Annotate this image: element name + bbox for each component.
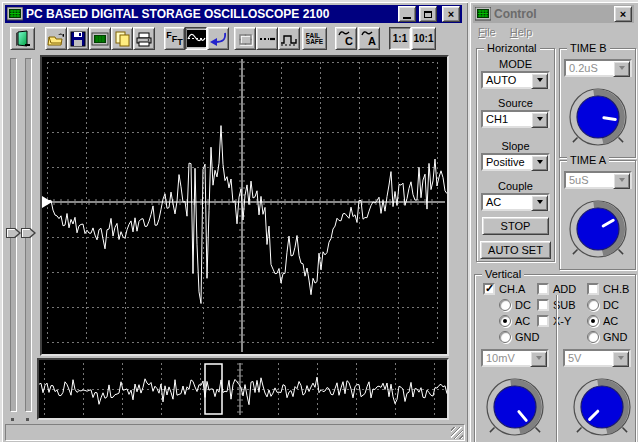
- slope-label: Slope: [477, 140, 554, 152]
- scope-display: [40, 55, 449, 356]
- chb-checkbox[interactable]: [587, 283, 599, 295]
- cha-range-select[interactable]: 10mV: [481, 349, 549, 367]
- fail-safe-label: FAILSAFE: [306, 33, 323, 45]
- stop-button[interactable]: STOP: [482, 217, 549, 235]
- cha-gnd-radio[interactable]: [499, 331, 511, 343]
- time-b-group-label: TIME B: [567, 42, 610, 54]
- source-select[interactable]: CH1: [481, 110, 550, 128]
- coupling-c-button[interactable]: C: [335, 27, 357, 50]
- minimize-button[interactable]: [398, 6, 416, 22]
- cha-label: CH.A: [499, 283, 525, 295]
- coupling-a-button[interactable]: A: [358, 27, 380, 50]
- menu-help[interactable]: Help: [510, 26, 533, 38]
- time-a-group: TIME A 5uS: [559, 160, 636, 270]
- mode-label: MODE: [477, 58, 554, 70]
- chb-gnd-radio[interactable]: [587, 331, 599, 343]
- dropdown-arrow-icon[interactable]: [531, 73, 548, 89]
- source-label: Source: [477, 97, 554, 109]
- control-titlebar[interactable]: Control ×: [473, 5, 634, 23]
- close-icon: ×: [620, 9, 626, 19]
- grid-toggle-button[interactable]: [234, 27, 256, 50]
- control-app-icon: [475, 7, 491, 21]
- auto-set-button[interactable]: AUTO SET: [480, 241, 551, 259]
- oscilloscope-app-icon: [7, 7, 23, 21]
- chb-label: CH.B: [603, 283, 629, 295]
- xy-checkbox[interactable]: [537, 315, 549, 327]
- fft-button[interactable]: FFT: [164, 27, 185, 50]
- squiggle-c-icon: C: [336, 28, 356, 49]
- chb-dc-radio[interactable]: [587, 299, 599, 311]
- print-button[interactable]: [133, 27, 155, 50]
- ratio-10-1-label: 10:1: [413, 33, 433, 44]
- main-titlebar[interactable]: PC BASED DIGITAL STORAGE OSCILLOSCOPE 21…: [5, 5, 462, 23]
- maximize-icon: [424, 11, 432, 18]
- maximize-button[interactable]: [419, 6, 437, 22]
- squiggle-a-icon: A: [359, 28, 379, 49]
- dotted-line-icon: [258, 31, 276, 47]
- time-b-select[interactable]: 0.2uS: [564, 59, 632, 77]
- time-a-select[interactable]: 5uS: [564, 171, 632, 189]
- dropdown-arrow-icon[interactable]: [531, 112, 548, 128]
- sub-checkbox[interactable]: [537, 299, 549, 311]
- slider-tick: [26, 418, 29, 421]
- square-wave-button[interactable]: [278, 27, 300, 50]
- cha-ac-label: AC: [515, 315, 530, 327]
- chb-ac-label: AC: [603, 315, 618, 327]
- chb-gain-knob[interactable]: [566, 371, 638, 442]
- dropdown-arrow-icon: [530, 351, 547, 367]
- sine-wave-icon: [187, 30, 206, 47]
- undo-button[interactable]: [207, 27, 229, 50]
- oscilloscope-window: PC BASED DIGITAL STORAGE OSCILLOSCOPE 21…: [0, 0, 470, 442]
- cha-checkbox[interactable]: [483, 283, 495, 295]
- menu-file[interactable]: File: [478, 26, 496, 38]
- dropdown-arrow-icon[interactable]: [531, 195, 548, 211]
- chb-dc-label: DC: [603, 299, 619, 311]
- copy-button[interactable]: [111, 27, 133, 50]
- close-button[interactable]: ×: [442, 6, 460, 22]
- probe-1-1-button[interactable]: 1:1: [389, 27, 411, 50]
- control-title: Control: [494, 7, 611, 21]
- time-a-knob[interactable]: [562, 193, 634, 265]
- couple-select[interactable]: AC: [481, 193, 550, 211]
- fail-safe-button[interactable]: FAILSAFE: [302, 27, 327, 50]
- preview-waveform: [39, 360, 447, 418]
- dotted-line-button[interactable]: [256, 27, 278, 50]
- cha-dc-radio[interactable]: [499, 299, 511, 311]
- add-checkbox[interactable]: [537, 283, 549, 295]
- mode-select[interactable]: AUTO: [481, 71, 550, 89]
- screen-capture-icon: [91, 31, 109, 47]
- minimize-icon: [403, 17, 411, 19]
- display-mode-button[interactable]: [185, 27, 207, 50]
- menu-bar: File Help: [478, 26, 546, 38]
- printer-icon: [135, 31, 153, 47]
- resize-grip[interactable]: [451, 427, 463, 439]
- channel-b-slider-thumb[interactable]: [21, 228, 36, 238]
- cha-ac-radio[interactable]: [499, 315, 511, 327]
- channel-a-slider-thumb[interactable]: [6, 228, 21, 238]
- chb-range-select[interactable]: 5V: [563, 349, 631, 367]
- vertical-group-label: Vertical: [482, 268, 524, 280]
- dropdown-arrow-icon[interactable]: [531, 155, 548, 171]
- probe-10-1-button[interactable]: 10:1: [411, 27, 436, 50]
- control-close-button[interactable]: ×: [614, 6, 632, 22]
- horizontal-group: Horizontal MODE AUTO Source CH1 Slope Po…: [476, 48, 555, 262]
- scope-waveform: [42, 57, 447, 354]
- ratio-1-1-label: 1:1: [393, 33, 407, 44]
- save-floppy-icon: [70, 31, 86, 47]
- exit-button[interactable]: [10, 27, 35, 50]
- capture-display-button[interactable]: [89, 27, 111, 50]
- cha-gain-knob[interactable]: [479, 371, 551, 442]
- open-file-button[interactable]: [45, 27, 67, 50]
- time-a-group-label: TIME A: [567, 154, 609, 166]
- control-window: Control × File Help Horizontal MODE AUTO…: [468, 0, 638, 442]
- save-button[interactable]: [67, 27, 89, 50]
- slope-select[interactable]: Positive: [481, 153, 550, 171]
- close-icon: ×: [448, 9, 454, 19]
- chb-ac-radio[interactable]: [587, 315, 599, 327]
- undo-arrow-icon: [208, 30, 228, 48]
- channel-divider: [556, 295, 558, 442]
- add-label: ADD: [553, 283, 576, 295]
- time-b-knob[interactable]: [562, 81, 634, 153]
- cha-dc-label: DC: [515, 299, 531, 311]
- window-title: PC BASED DIGITAL STORAGE OSCILLOSCOPE 21…: [26, 7, 395, 21]
